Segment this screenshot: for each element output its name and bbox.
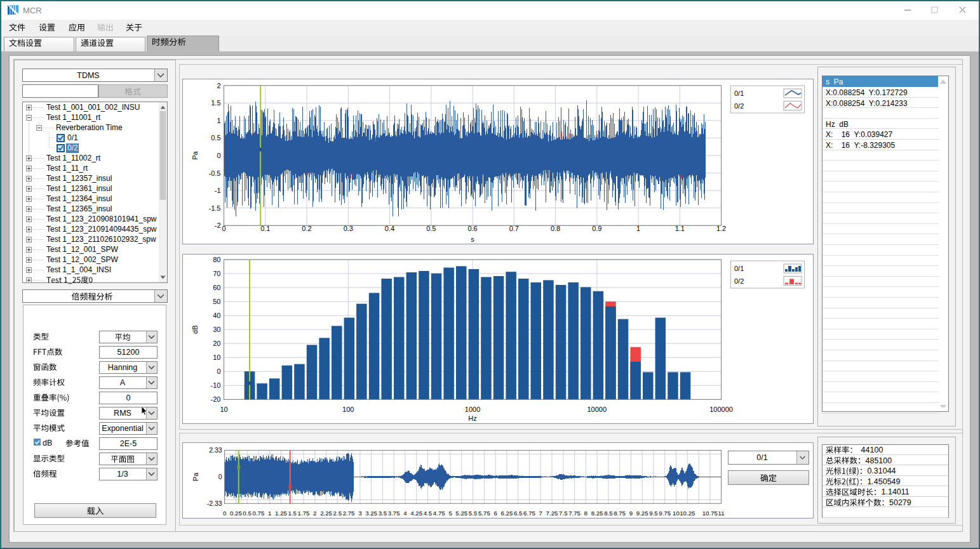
svg-text:9.25: 9.25 bbox=[636, 510, 648, 517]
svg-text:10: 10 bbox=[213, 354, 220, 361]
svg-text:0.3: 0.3 bbox=[344, 225, 353, 232]
svg-text:20: 20 bbox=[213, 340, 220, 347]
svg-text:9.5: 9.5 bbox=[649, 510, 657, 517]
svg-text:Pa: Pa bbox=[192, 472, 199, 481]
svg-text:4.25: 4.25 bbox=[410, 510, 422, 517]
svg-text:-1.5: -1.5 bbox=[209, 204, 221, 212]
svg-text:80: 80 bbox=[213, 256, 220, 263]
svg-text:50: 50 bbox=[213, 298, 220, 305]
svg-text:6.5: 6.5 bbox=[514, 510, 522, 517]
svg-text:5.5: 5.5 bbox=[469, 510, 477, 517]
svg-text:10: 10 bbox=[220, 406, 227, 413]
svg-text:3: 3 bbox=[358, 510, 361, 517]
svg-text:0.1: 0.1 bbox=[260, 225, 270, 232]
svg-text:0.5: 0.5 bbox=[211, 134, 220, 142]
svg-text:0: 0 bbox=[217, 152, 220, 159]
svg-text:9: 9 bbox=[629, 510, 633, 517]
svg-text:0.4: 0.4 bbox=[385, 225, 394, 232]
svg-text:0: 0 bbox=[222, 225, 225, 232]
svg-text:30: 30 bbox=[213, 326, 220, 333]
svg-text:Pa: Pa bbox=[191, 150, 199, 159]
svg-text:0.6: 0.6 bbox=[467, 225, 477, 232]
svg-text:6: 6 bbox=[493, 510, 497, 517]
svg-text:0.5: 0.5 bbox=[426, 225, 436, 232]
svg-text:Hz: Hz bbox=[468, 414, 476, 422]
svg-text:0/2: 0/2 bbox=[734, 102, 744, 110]
svg-text:0/2: 0/2 bbox=[734, 277, 744, 285]
svg-text:1: 1 bbox=[636, 225, 640, 232]
svg-text:3.5: 3.5 bbox=[379, 510, 387, 517]
svg-text:0.5: 0.5 bbox=[243, 510, 251, 517]
svg-text:1.2: 1.2 bbox=[716, 225, 726, 232]
svg-text:60: 60 bbox=[213, 284, 220, 291]
svg-text:4: 4 bbox=[403, 510, 407, 517]
svg-text:0: 0 bbox=[217, 367, 220, 375]
svg-text:-20: -20 bbox=[211, 395, 221, 403]
svg-text:0/1: 0/1 bbox=[734, 265, 744, 272]
svg-text:8.75: 8.75 bbox=[614, 510, 626, 517]
svg-text:1.75: 1.75 bbox=[298, 510, 310, 517]
svg-text:0.75: 0.75 bbox=[252, 510, 264, 517]
svg-text:3.75: 3.75 bbox=[388, 510, 400, 517]
svg-text:1.1: 1.1 bbox=[675, 225, 685, 232]
svg-text:1000: 1000 bbox=[465, 406, 480, 413]
svg-text:0.9: 0.9 bbox=[592, 225, 601, 232]
svg-text:10: 10 bbox=[673, 510, 680, 517]
svg-text:0: 0 bbox=[223, 510, 227, 517]
svg-text:7: 7 bbox=[539, 510, 542, 517]
svg-text:11: 11 bbox=[718, 510, 725, 517]
svg-text:dB: dB bbox=[191, 325, 199, 333]
svg-text:5: 5 bbox=[448, 510, 452, 517]
svg-text:-2.33: -2.33 bbox=[207, 499, 222, 507]
svg-text:100: 100 bbox=[342, 406, 354, 413]
svg-text:6.25: 6.25 bbox=[500, 510, 513, 517]
svg-text:4.5: 4.5 bbox=[424, 510, 432, 517]
svg-text:0: 0 bbox=[218, 473, 222, 480]
svg-text:-2: -2 bbox=[215, 222, 221, 229]
svg-text:1.5: 1.5 bbox=[211, 99, 220, 107]
svg-text:6.75: 6.75 bbox=[523, 510, 535, 517]
svg-text:70: 70 bbox=[213, 270, 220, 277]
svg-text:5.75: 5.75 bbox=[478, 510, 490, 517]
svg-text:9.75: 9.75 bbox=[659, 510, 671, 517]
svg-text:8.25: 8.25 bbox=[591, 510, 603, 517]
svg-text:2.33: 2.33 bbox=[209, 446, 222, 454]
svg-text:1.25: 1.25 bbox=[275, 510, 287, 517]
svg-text:0.7: 0.7 bbox=[509, 225, 519, 232]
svg-text:7.5: 7.5 bbox=[559, 510, 567, 517]
svg-text:-1: -1 bbox=[215, 187, 221, 194]
svg-text:0.25: 0.25 bbox=[230, 510, 242, 517]
svg-text:2.5: 2.5 bbox=[333, 510, 342, 517]
svg-text:10000: 10000 bbox=[587, 406, 607, 413]
svg-text:10.25: 10.25 bbox=[680, 510, 695, 517]
svg-text:7.25: 7.25 bbox=[546, 510, 558, 517]
svg-text:2.75: 2.75 bbox=[343, 510, 355, 517]
svg-text:1.5: 1.5 bbox=[288, 510, 296, 517]
svg-text:100000: 100000 bbox=[709, 406, 733, 413]
svg-text:5.25: 5.25 bbox=[455, 510, 467, 517]
svg-text:-0.5: -0.5 bbox=[209, 169, 221, 177]
svg-text:0.8: 0.8 bbox=[551, 225, 560, 232]
svg-text:2: 2 bbox=[313, 510, 316, 517]
svg-text:2.25: 2.25 bbox=[320, 510, 332, 517]
svg-text:s: s bbox=[471, 235, 474, 243]
svg-text:2: 2 bbox=[217, 82, 220, 89]
svg-text:3.25: 3.25 bbox=[365, 510, 377, 517]
svg-text:40: 40 bbox=[213, 312, 220, 319]
svg-text:1: 1 bbox=[268, 510, 271, 517]
svg-text:8.5: 8.5 bbox=[604, 510, 612, 517]
svg-text:7.75: 7.75 bbox=[568, 510, 581, 517]
svg-text:1: 1 bbox=[217, 117, 220, 124]
svg-text:0/1: 0/1 bbox=[734, 89, 744, 97]
svg-text:0.2: 0.2 bbox=[302, 225, 311, 232]
svg-text:4.75: 4.75 bbox=[433, 510, 445, 517]
svg-text:8: 8 bbox=[584, 510, 587, 517]
svg-text:10.75: 10.75 bbox=[702, 510, 718, 517]
svg-text:-10: -10 bbox=[211, 381, 221, 389]
